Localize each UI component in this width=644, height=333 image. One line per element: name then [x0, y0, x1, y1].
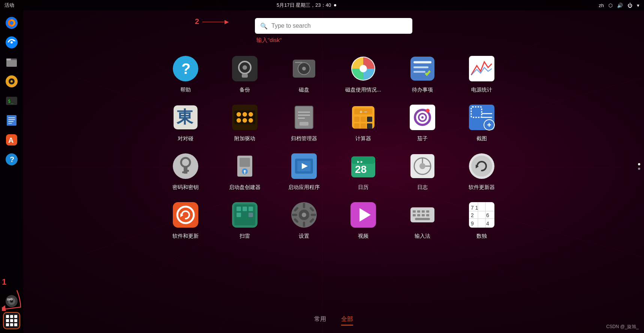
topbar-right: zh ⬡ 🔊 ⏻ ▾ — [599, 3, 640, 8]
app-icon-help: ? — [171, 54, 200, 83]
svg-rect-140 — [292, 214, 297, 216]
app-label-keyring: 密码和密钥 — [172, 184, 199, 191]
page-dot-1[interactable] — [638, 163, 640, 165]
app-icon-sweeper — [231, 201, 259, 229]
page-dot-2[interactable] — [638, 168, 640, 170]
svg-rect-55 — [295, 62, 303, 63]
app-item-keyring[interactable]: 密码和密钥 — [158, 149, 213, 194]
dock-item-thunderbird[interactable] — [3, 34, 20, 51]
app-item-input[interactable]: 输入法 — [395, 198, 450, 243]
svg-point-24 — [10, 41, 13, 44]
svg-point-123 — [471, 156, 492, 177]
app-item-startup-app[interactable]: 启动应用程序 — [276, 149, 332, 194]
tab-all[interactable]: 全部 — [341, 315, 353, 326]
app-icon-settings — [290, 201, 318, 229]
app-item-archive[interactable]: 归档管理器 — [276, 100, 332, 145]
activities-label: 活动 — [4, 2, 14, 9]
app-item-update[interactable]: 软件更新器 — [454, 149, 509, 194]
svg-text:?: ? — [181, 60, 190, 77]
svg-rect-36 — [8, 121, 13, 122]
app-label-input: 输入法 — [415, 233, 430, 240]
main-content: 2 ──────▶ 🔍 输入"disk" ?帮助备份磁盘磁盘使用情况...待办事… — [23, 10, 644, 333]
app-item-duizi[interactable]: 東对对碰 — [158, 100, 213, 145]
svg-point-72 — [249, 118, 253, 123]
svg-point-30 — [10, 80, 13, 82]
app-item-video[interactable]: 视频 — [335, 198, 391, 243]
dock-item-firefox[interactable] — [3, 14, 20, 32]
dock-item-rhythmbox[interactable] — [3, 73, 20, 90]
search-input[interactable] — [271, 22, 407, 29]
app-item-todo[interactable]: 待办事项 — [395, 51, 450, 96]
app-label-archive: 归档管理器 — [291, 135, 317, 142]
power-icon[interactable]: ⏻ — [628, 3, 632, 8]
svg-rect-85 — [354, 123, 359, 129]
app-item-adddriver[interactable]: 附加驱动 — [217, 100, 273, 145]
app-item-calendar[interactable]: ▸ ▸28日历 — [335, 149, 391, 194]
svg-rect-132 — [249, 207, 253, 211]
app-item-log[interactable]: 日志 — [395, 149, 450, 194]
svg-rect-82 — [354, 117, 359, 122]
svg-rect-35 — [8, 119, 15, 120]
search-area: 2 ──────▶ 🔍 输入"disk" — [255, 18, 412, 44]
svg-text:9: 9 — [471, 220, 474, 226]
svg-rect-154 — [417, 214, 420, 216]
dock-item-files[interactable] — [3, 53, 20, 70]
app-label-disk-usage: 磁盘使用情况... — [345, 87, 381, 93]
apps-grid-icon — [6, 315, 17, 326]
volume-icon[interactable]: 🔊 — [617, 3, 623, 8]
app-icon-power-stats — [467, 54, 496, 83]
svg-point-119 — [419, 163, 425, 169]
tab-frequent[interactable]: 常用 — [314, 315, 326, 326]
topbar: 活动 5月17日 星期三，23：40 zh ⬡ 🔊 ⏻ ▾ — [0, 0, 644, 10]
svg-text:?: ? — [10, 155, 14, 164]
search-bar[interactable]: 🔍 — [255, 18, 412, 34]
app-item-disk-usage[interactable]: 磁盘使用情况... — [335, 51, 391, 96]
app-item-backup[interactable]: 备份 — [217, 51, 273, 96]
dock-item-terminal[interactable]: $_ — [3, 92, 20, 110]
dock-item-writer[interactable] — [3, 112, 20, 129]
annotation-1: 1 — [2, 277, 24, 312]
app-item-help[interactable]: ?帮助 — [158, 51, 213, 96]
network-icon[interactable]: ⬡ — [608, 3, 613, 8]
search-icon: 🔍 — [260, 22, 268, 30]
app-item-camera[interactable]: 茄子 — [395, 100, 450, 145]
svg-rect-51 — [242, 74, 248, 78]
svg-rect-33 — [7, 115, 16, 126]
svg-text:+  −: + − — [359, 109, 367, 115]
svg-point-50 — [243, 65, 247, 70]
app-item-sweeper[interactable]: 扫雷 — [217, 198, 273, 243]
annotation-2: 2 ──────▶ — [195, 17, 229, 26]
chevron-down-icon[interactable]: ▾ — [637, 3, 640, 8]
app-label-settings: 设置 — [299, 233, 309, 240]
app-item-calc[interactable]: + −计算器 — [335, 100, 391, 145]
dock-item-help[interactable]: ? — [3, 151, 20, 168]
app-item-soft-update[interactable]: 软件和更新 — [158, 198, 213, 243]
app-label-sudoku: 数独 — [476, 233, 487, 240]
app-icon-screenshot — [467, 103, 496, 132]
svg-point-57 — [359, 65, 367, 72]
app-item-disk[interactable]: 磁盘 — [276, 51, 332, 96]
svg-rect-87 — [367, 123, 372, 129]
svg-rect-106 — [240, 158, 250, 167]
dock-item-appstore[interactable]: A — [3, 131, 20, 148]
show-apps-button[interactable] — [3, 312, 20, 329]
app-label-help: 帮助 — [180, 87, 191, 93]
app-item-power-stats[interactable]: 电源统计 — [454, 51, 509, 96]
svg-rect-155 — [422, 214, 425, 216]
svg-text:28: 28 — [355, 164, 367, 175]
app-item-settings[interactable]: 设置 — [276, 198, 332, 243]
app-icon-calc: + − — [349, 103, 377, 132]
svg-rect-149 — [413, 210, 416, 213]
tab-bar: 常用全部 — [23, 315, 644, 326]
app-grid: ?帮助备份磁盘磁盘使用情况...待办事项电源统计東对对碰附加驱动归档管理器+ −… — [150, 48, 517, 246]
lang-indicator[interactable]: zh — [599, 3, 604, 8]
svg-rect-37 — [8, 123, 12, 124]
app-label-soft-update: 软件和更新 — [172, 233, 199, 240]
svg-rect-86 — [361, 123, 366, 129]
app-label-power-stats: 电源统计 — [471, 87, 492, 93]
app-item-screenshot[interactable]: 截图 — [454, 100, 509, 145]
app-item-usb[interactable]: 启动盘创建器 — [217, 149, 273, 194]
app-label-startup-app: 启动应用程序 — [288, 184, 320, 191]
svg-rect-114 — [351, 156, 375, 164]
app-item-sudoku[interactable]: 7 12694数独 — [454, 198, 509, 243]
